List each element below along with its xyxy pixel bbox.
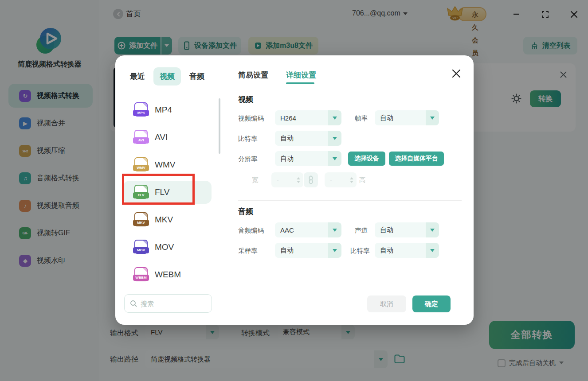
avi-file-icon: AVI (133, 130, 149, 145)
mov-file-icon: MOV (133, 240, 149, 255)
chevron-down-icon (328, 131, 341, 146)
video-section-title: 视频 (238, 94, 253, 105)
confirm-button[interactable]: 确定 (412, 295, 451, 312)
app-window: 简鹿视频格式转换器 ↻ 视频格式转换 ▶ 视频合并 »« 视频压缩 ♫ 音频格式… (0, 0, 588, 381)
fps-label: 帧率 (355, 114, 368, 123)
height-label: 高 (359, 176, 366, 184)
annotation-highlight-box (122, 174, 195, 205)
mkv-file-icon: MKV (133, 212, 149, 227)
chevron-down-icon (426, 110, 439, 125)
audio-bitrate-label: 比特率 (350, 247, 370, 255)
format-item-mp4[interactable]: MP4 MP4 (115, 96, 222, 124)
webm-file-icon: WEBM (133, 267, 149, 282)
active-tab-underline (286, 82, 314, 84)
sample-rate-select[interactable]: 自动 (275, 243, 341, 258)
chevron-down-icon (328, 151, 341, 166)
audio-section-title: 音频 (238, 206, 253, 217)
cancel-button[interactable]: 取消 (367, 295, 406, 312)
search-icon (130, 300, 137, 307)
format-item-mov[interactable]: MOV MOV (115, 233, 222, 261)
resolution-select[interactable]: 自动 (275, 151, 341, 166)
select-device-button[interactable]: 选择设备 (348, 152, 385, 166)
video-bitrate-label: 比特率 (238, 135, 258, 143)
audio-encode-select[interactable]: AAC (275, 222, 341, 237)
stepper-arrows-icon[interactable] (349, 175, 357, 185)
resolution-label: 分辨率 (238, 155, 258, 163)
chevron-down-icon (328, 222, 341, 237)
tab-recent[interactable]: 最近 (130, 71, 145, 82)
chevron-down-icon (426, 222, 439, 237)
format-search (124, 294, 212, 313)
format-item-webm[interactable]: WEBM WEBM (115, 261, 222, 288)
height-stepper[interactable]: - (325, 172, 357, 187)
format-item-mkv[interactable]: MKV MKV (115, 206, 222, 233)
stepper-arrows-icon[interactable] (295, 175, 303, 185)
channel-label: 声道 (355, 226, 368, 235)
audio-bitrate-select[interactable]: 自动 (375, 243, 439, 258)
wmv-file-icon: WMV (133, 157, 149, 172)
close-dialog-icon[interactable] (451, 68, 462, 79)
chevron-down-icon (328, 243, 341, 258)
width-stepper[interactable]: - (271, 172, 303, 187)
search-input[interactable] (141, 300, 203, 307)
mp4-file-icon: MP4 (133, 102, 149, 117)
video-encode-label: 视频编码 (238, 114, 264, 123)
tab-detailed-settings[interactable]: 详细设置 (286, 70, 316, 80)
channel-select[interactable]: 自动 (375, 222, 439, 237)
tab-simple-settings[interactable]: 简易设置 (238, 70, 268, 80)
section-divider (238, 200, 462, 201)
link-dimensions-icon[interactable] (304, 172, 318, 187)
chevron-down-icon (426, 243, 439, 258)
video-encode-select[interactable]: H264 (275, 110, 341, 125)
select-platform-button[interactable]: 选择自媒体平台 (389, 152, 444, 166)
tab-audio[interactable]: 音频 (189, 71, 204, 82)
video-bitrate-select[interactable]: 自动 (275, 131, 341, 146)
tab-video[interactable]: 视频 (153, 67, 181, 86)
width-label: 宽 (252, 176, 259, 184)
sample-rate-label: 采样率 (238, 247, 258, 255)
format-list-scrollbar[interactable] (219, 98, 220, 154)
chevron-down-icon (328, 110, 341, 125)
fps-select[interactable]: 自动 (375, 110, 439, 125)
audio-encode-label: 音频编码 (238, 226, 264, 235)
format-item-avi[interactable]: AVI AVI (115, 124, 222, 151)
